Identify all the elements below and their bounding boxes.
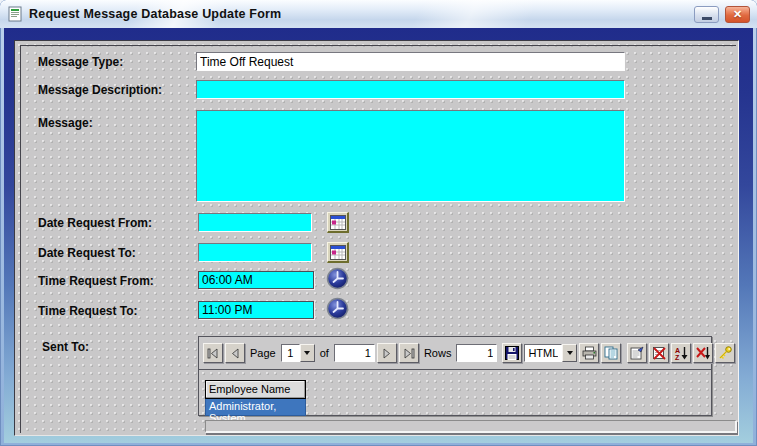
time-request-to-label: Time Request To: (38, 304, 138, 318)
rows-label: Rows (421, 347, 455, 359)
last-page-button[interactable] (399, 343, 419, 363)
rows-count-input[interactable] (456, 344, 497, 362)
clock-icon (326, 267, 349, 290)
date-request-from-label: Date Request From: (38, 216, 152, 230)
print-icon (582, 346, 597, 360)
date-request-to-input[interactable] (198, 243, 312, 262)
clear-filter-button[interactable] (649, 343, 669, 363)
key-button[interactable] (715, 343, 735, 363)
total-pages-input[interactable] (334, 344, 375, 362)
copy-button[interactable] (601, 343, 621, 363)
clock-icon (326, 297, 349, 320)
of-label: of (317, 347, 332, 359)
results-toolbar: Page of Rows (199, 337, 711, 370)
next-page-button[interactable] (377, 343, 397, 363)
message-label: Message: (38, 116, 93, 130)
date-request-to-label: Date Request To: (38, 246, 136, 260)
page-value-input[interactable] (281, 344, 300, 362)
message-type-input[interactable] (196, 52, 625, 71)
message-type-label: Message Type: (38, 55, 123, 69)
previous-page-icon (229, 348, 241, 359)
page-dropdown-button[interactable] (300, 344, 315, 362)
properties-icon (630, 346, 644, 360)
time-request-from-input[interactable] (198, 271, 314, 289)
time-request-to-input[interactable] (198, 301, 314, 319)
request-message-window: Request Message Database Update Form ✕ M… (0, 0, 757, 446)
copy-icon (604, 346, 618, 360)
svg-text:A: A (675, 347, 680, 354)
save-icon (505, 346, 519, 360)
key-icon (718, 346, 732, 360)
message-description-label: Message Description: (38, 83, 162, 97)
sent-to-label: Sent To: (42, 340, 89, 354)
export-format-input[interactable] (524, 344, 562, 362)
clear-filter-icon (652, 346, 666, 360)
employee-table: Employee Name Administrator, System (205, 380, 306, 416)
message-textarea[interactable] (196, 110, 625, 202)
chevron-down-icon (567, 351, 573, 355)
date-to-calendar-button[interactable] (327, 242, 349, 263)
first-page-icon (207, 348, 219, 359)
page-select[interactable] (281, 344, 315, 362)
properties-button[interactable] (627, 343, 647, 363)
status-bar (205, 420, 737, 433)
date-request-from-input[interactable] (198, 213, 312, 232)
save-button[interactable] (502, 343, 522, 363)
print-button[interactable] (579, 343, 599, 363)
chevron-down-icon (304, 351, 310, 355)
date-from-calendar-button[interactable] (327, 212, 349, 233)
table-row[interactable]: Administrator, System (205, 399, 306, 416)
sort-ascending-icon: A Z (674, 346, 688, 360)
first-page-button[interactable] (203, 343, 223, 363)
time-to-clock-button[interactable] (326, 297, 349, 320)
previous-page-button[interactable] (225, 343, 245, 363)
clear-sort-icon (696, 346, 710, 360)
export-format-select[interactable] (524, 344, 577, 362)
next-page-icon (381, 348, 393, 359)
message-description-input[interactable] (196, 80, 625, 99)
svg-text:Z: Z (675, 354, 680, 361)
format-dropdown-button[interactable] (562, 344, 577, 362)
clear-sort-button[interactable] (693, 343, 713, 363)
last-page-icon (403, 348, 415, 359)
calendar-icon (330, 245, 346, 260)
sort-ascending-button[interactable]: A Z (671, 343, 691, 363)
time-request-from-label: Time Request From: (38, 274, 154, 288)
calendar-icon (330, 215, 346, 230)
time-from-clock-button[interactable] (326, 267, 349, 290)
page-label: Page (247, 347, 279, 359)
employee-name-column-header[interactable]: Employee Name (205, 380, 306, 399)
